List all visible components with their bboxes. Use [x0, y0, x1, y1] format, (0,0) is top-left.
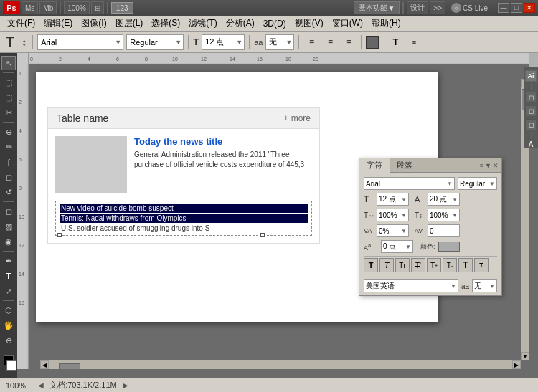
- eraser-tool[interactable]: ◻: [1, 204, 16, 219]
- lasso-tool[interactable]: ⬚: [1, 90, 16, 105]
- status-next-btn[interactable]: ▶: [123, 381, 128, 389]
- move-tool[interactable]: ↖: [1, 56, 16, 70]
- align-center-btn[interactable]: ≡: [322, 34, 338, 50]
- toggle-char-btn[interactable]: ≡: [406, 34, 422, 50]
- menu-select[interactable]: 选择(S): [147, 16, 184, 31]
- history-tool[interactable]: ↺: [1, 185, 16, 199]
- allcaps-btn[interactable]: T: [458, 258, 473, 272]
- select-handle-right[interactable]: [260, 233, 265, 237]
- bold-btn[interactable]: T: [364, 258, 378, 272]
- char-panel-footer: 美国英语 ▼ aa 无 ▼: [359, 277, 501, 295]
- char-panel-close-icon[interactable]: ✕: [493, 162, 499, 169]
- text-color-swatch[interactable]: [366, 36, 379, 49]
- gradient-tool[interactable]: ▨: [1, 219, 16, 234]
- minimize-button[interactable]: —: [498, 3, 509, 13]
- underline-btn[interactable]: Tr: [395, 258, 410, 272]
- news-link-3[interactable]: U.S. soldier accused of smuggling drugs …: [60, 224, 308, 233]
- menu-analyze[interactable]: 分析(A): [222, 16, 259, 31]
- char-panel-menu-icon[interactable]: ≡: [480, 162, 483, 169]
- close-button[interactable]: ✕: [524, 3, 535, 13]
- char-aa-select[interactable]: 无 ▼: [472, 279, 497, 292]
- subscript-btn[interactable]: T-: [443, 258, 457, 272]
- aa-select[interactable]: 无 ▼: [265, 34, 294, 50]
- menu-layer[interactable]: 图层(L): [111, 16, 148, 31]
- news-link-1[interactable]: New video of suicide bomb suspect: [60, 204, 308, 213]
- right-panel-ai-icon[interactable]: Ai: [525, 70, 537, 82]
- tracking-row: VA 0% ▼ AV 0: [364, 224, 497, 237]
- char-font-style[interactable]: Regular ▼: [458, 177, 497, 190]
- align-right-btn[interactable]: ≡: [341, 34, 357, 50]
- char-font-size[interactable]: 12 点 ▼: [377, 193, 409, 206]
- scroll-left-btn[interactable]: ◀: [40, 360, 49, 369]
- select-handle-left[interactable]: [57, 233, 62, 237]
- scroll-thumb-h[interactable]: [59, 363, 80, 369]
- scroll-right-btn[interactable]: ▶: [512, 360, 521, 369]
- aa-label: aa: [254, 38, 263, 47]
- font-style-select[interactable]: Regular ▼: [126, 34, 184, 50]
- text-tool[interactable]: T: [1, 269, 16, 283]
- right-panel-text-icon[interactable]: A: [528, 140, 533, 148]
- path-tool[interactable]: ↗: [1, 284, 16, 298]
- menu-help[interactable]: 帮助(H): [367, 16, 405, 31]
- warp-text-btn[interactable]: T: [387, 34, 403, 50]
- brush-tool[interactable]: ∫: [1, 155, 16, 169]
- superscript-btn[interactable]: T+: [427, 258, 441, 272]
- workspace-selector[interactable]: 基本功能 ▼: [354, 1, 400, 14]
- smallcaps-btn[interactable]: T: [474, 258, 489, 272]
- right-panel-icon-3[interactable]: ◻: [525, 119, 537, 130]
- dodge-tool[interactable]: ◉: [1, 234, 16, 249]
- menu-3d[interactable]: 3D(D): [259, 16, 291, 31]
- mode-button-1[interactable]: Ms: [22, 1, 38, 14]
- lang-select[interactable]: 美国英语 ▼: [364, 279, 458, 292]
- design-label[interactable]: 设计: [407, 1, 428, 14]
- more-label[interactable]: + more: [283, 113, 311, 123]
- char-tracking[interactable]: 0% ▼: [377, 224, 409, 237]
- char-tab-character[interactable]: 字符: [359, 158, 390, 173]
- right-panel-icon-1[interactable]: ◻: [525, 92, 537, 103]
- font-size-select[interactable]: 12 点 ▼: [202, 34, 245, 50]
- heal-tool[interactable]: ✏: [1, 140, 16, 154]
- char-leading[interactable]: 20 点 ▼: [428, 193, 460, 206]
- menu-image[interactable]: 图像(I): [77, 16, 110, 31]
- menu-view[interactable]: 视图(V): [291, 16, 328, 31]
- stamp-tool[interactable]: ◻: [1, 170, 16, 184]
- menu-filter[interactable]: 滤镜(T): [184, 16, 221, 31]
- scrollbar-horizontal[interactable]: ◀ ▶: [40, 360, 521, 369]
- cs-live[interactable]: ○ CS Live: [451, 3, 488, 13]
- char-kern[interactable]: 0: [428, 224, 460, 237]
- news-image: [55, 136, 127, 193]
- hand-tool[interactable]: 🖐: [1, 318, 16, 333]
- menu-edit[interactable]: 编辑(E): [39, 16, 77, 31]
- marquee-tool[interactable]: ⬚: [1, 75, 16, 90]
- char-font-family[interactable]: Arial ▼: [364, 177, 455, 190]
- menu-window[interactable]: 窗口(W): [328, 16, 367, 31]
- char-scale-v[interactable]: 100% ▼: [428, 209, 460, 221]
- char-panel-collapse-icon[interactable]: ▼: [485, 162, 491, 169]
- pen-tool[interactable]: ✒: [1, 254, 16, 268]
- zoom-tool[interactable]: ⊕: [1, 333, 16, 348]
- view-icon-btn[interactable]: ⊞: [91, 1, 104, 14]
- more-tools-btn[interactable]: >>: [430, 1, 445, 14]
- scroll-down-btn[interactable]: ▼: [521, 352, 529, 360]
- num-display[interactable]: 123: [111, 2, 133, 14]
- align-left-btn[interactable]: ≡: [303, 34, 319, 50]
- char-baseline[interactable]: 0 点 ▼: [381, 240, 413, 253]
- orient-icon[interactable]: ↕: [20, 37, 28, 48]
- crop-tool[interactable]: ✂: [1, 105, 16, 120]
- italic-btn[interactable]: T: [379, 258, 394, 272]
- strike-btn[interactable]: T': [411, 258, 425, 272]
- mode-button-2[interactable]: Mb: [39, 1, 57, 14]
- eyedropper-tool[interactable]: ⊕: [1, 125, 16, 139]
- right-panel-icon-2[interactable]: ◻: [525, 105, 537, 117]
- char-scale-h[interactable]: 100% ▼: [377, 209, 409, 221]
- background-color[interactable]: [6, 360, 16, 371]
- font-family-select[interactable]: Arial ▼: [37, 34, 123, 50]
- status-prev-btn[interactable]: ◀: [38, 381, 44, 389]
- char-tab-paragraph[interactable]: 段落: [390, 158, 420, 172]
- news-link-2[interactable]: Tennis: Nadal withdraws from Olympics: [60, 214, 308, 223]
- maximize-button[interactable]: □: [511, 3, 522, 13]
- char-color-swatch[interactable]: [438, 242, 460, 252]
- shape-tool[interactable]: ⬡: [1, 303, 16, 317]
- menu-file[interactable]: 文件(F): [3, 16, 39, 31]
- news-links-container: New video of suicide bomb suspect Tennis…: [55, 201, 312, 236]
